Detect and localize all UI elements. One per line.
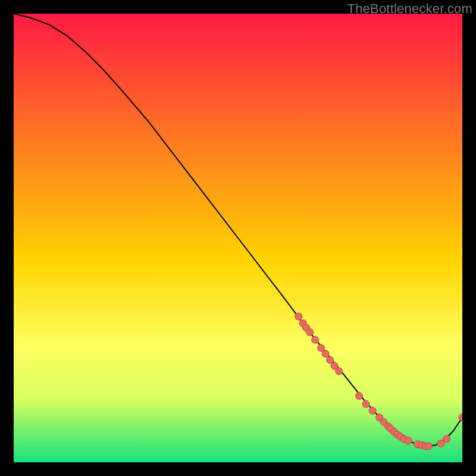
data-point <box>443 436 450 443</box>
data-point <box>336 368 343 375</box>
watermark: TheBottlenecker.com <box>347 1 472 17</box>
data-point <box>425 443 432 450</box>
data-point <box>322 350 329 358</box>
data-point <box>317 345 324 352</box>
data-point <box>295 313 302 320</box>
data-point <box>312 336 319 343</box>
data-point <box>369 407 376 414</box>
data-point <box>327 356 334 364</box>
data-point <box>362 400 369 408</box>
data-point <box>306 328 314 336</box>
data-point <box>437 440 444 447</box>
data-point <box>405 437 412 444</box>
chart-frame: TheBottlenecker.com <box>0 0 476 476</box>
plot-svg <box>14 14 462 462</box>
data-point <box>356 392 363 399</box>
plot-area <box>14 14 462 462</box>
